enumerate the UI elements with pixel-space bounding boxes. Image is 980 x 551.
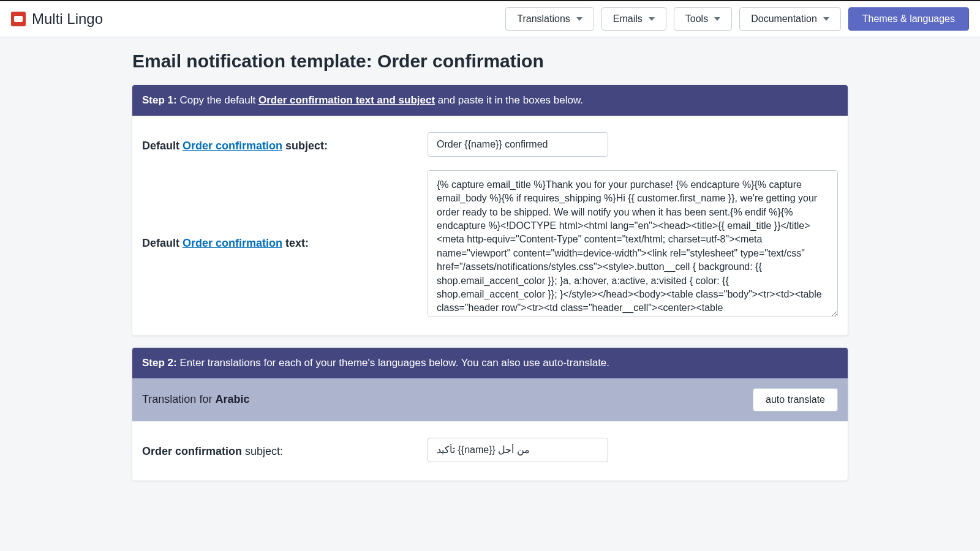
translation-subject-link: Order confirmation xyxy=(142,445,242,457)
page-title: Email notification template: Order confi… xyxy=(132,48,848,74)
top-nav: Translations Emails Tools Documentation … xyxy=(505,7,969,31)
translation-prefix: Translation for xyxy=(142,393,215,405)
translation-subject-input[interactable] xyxy=(428,438,608,462)
default-text-row: Default Order confirmation text: {% capt… xyxy=(142,170,838,317)
label-suffix: subject: xyxy=(282,140,328,152)
nav-tools-label: Tools xyxy=(685,13,708,24)
step2-card: Step 2: Enter translations for each of y… xyxy=(132,348,848,481)
page-content: Email notification template: Order confi… xyxy=(123,37,858,517)
step1-card: Step 1: Copy the default Order confirmat… xyxy=(132,85,848,335)
page-scroll[interactable]: Email notification template: Order confi… xyxy=(0,37,980,550)
defaults-section: Default Order confirmation subject: Defa… xyxy=(132,116,848,335)
translation-subject-row: Order confirmation subject: xyxy=(142,438,838,462)
translation-subject-label: Order confirmation subject: xyxy=(142,438,418,459)
default-text-label: Default Order confirmation text: xyxy=(142,170,418,317)
step1-link[interactable]: Order confirmation text and subject xyxy=(258,94,435,106)
nav-translations[interactable]: Translations xyxy=(505,7,594,31)
label-prefix: Default xyxy=(142,237,183,249)
label-suffix: subject: xyxy=(242,445,283,457)
nav-documentation-label: Documentation xyxy=(751,13,817,24)
default-text-textarea[interactable]: {% capture email_title %}Thank you for y… xyxy=(428,170,838,317)
default-subject-input[interactable] xyxy=(428,132,608,157)
nav-documentation[interactable]: Documentation xyxy=(739,7,841,31)
chevron-down-icon xyxy=(649,17,655,21)
chevron-down-icon xyxy=(823,17,829,21)
default-subject-label: Default Order confirmation subject: xyxy=(142,132,418,154)
translation-section: Order confirmation subject: xyxy=(132,421,848,481)
brand: Multi Lingo xyxy=(11,9,103,29)
default-subject-link[interactable]: Order confirmation xyxy=(183,140,282,152)
translation-arabic-header: Translation for Arabic auto translate xyxy=(132,378,848,421)
chevron-down-icon xyxy=(714,17,720,21)
label-prefix: Default xyxy=(142,140,183,152)
step2-banner: Step 2: Enter translations for each of y… xyxy=(132,348,848,378)
chevron-down-icon xyxy=(576,17,582,21)
nav-themes-button[interactable]: Themes & languages xyxy=(848,7,969,31)
brand-logo-icon xyxy=(11,12,26,26)
nav-translations-label: Translations xyxy=(517,13,570,24)
auto-translate-button[interactable]: auto translate xyxy=(753,388,838,411)
nav-emails-label: Emails xyxy=(613,13,643,24)
label-suffix: text: xyxy=(282,237,309,249)
nav-tools[interactable]: Tools xyxy=(674,7,732,31)
translation-language: Arabic xyxy=(215,393,249,405)
step1-label: Step 1: xyxy=(142,94,177,106)
translation-title: Translation for Arabic xyxy=(142,392,249,407)
step2-label: Step 2: xyxy=(142,357,177,369)
step1-banner: Step 1: Copy the default Order confirmat… xyxy=(132,85,848,116)
brand-name: Multi Lingo xyxy=(32,9,103,29)
top-bar: Multi Lingo Translations Emails Tools Do… xyxy=(0,0,980,37)
default-text-link[interactable]: Order confirmation xyxy=(183,237,282,249)
default-subject-row: Default Order confirmation subject: xyxy=(142,132,838,157)
step2-text: Enter translations for each of your them… xyxy=(177,357,609,369)
nav-emails[interactable]: Emails xyxy=(601,7,666,31)
step1-suffix: and paste it in the boxes below. xyxy=(435,94,583,106)
step1-prefix: Copy the default xyxy=(177,94,258,106)
